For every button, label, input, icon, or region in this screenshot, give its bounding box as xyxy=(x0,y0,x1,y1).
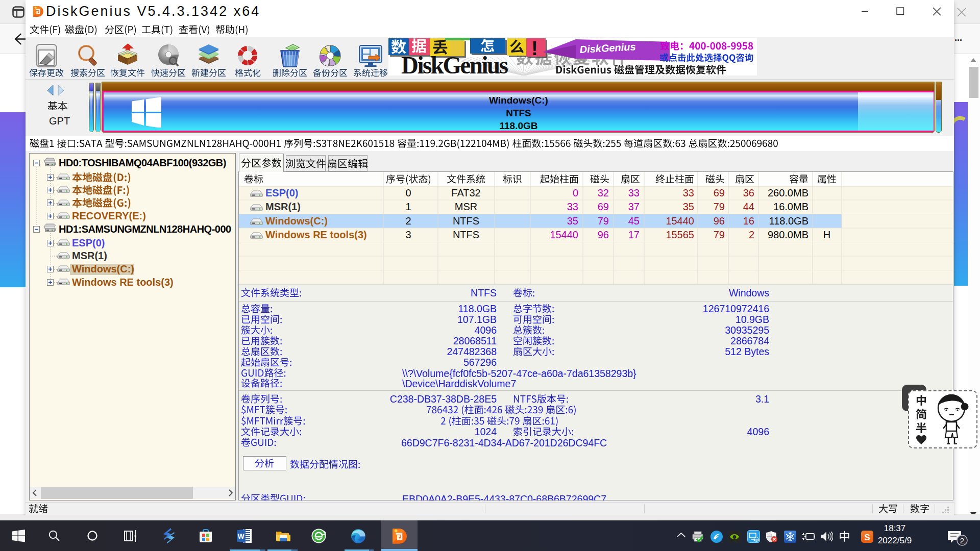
svg-text:96: 96 xyxy=(598,229,609,240)
svg-text:FAT32: FAT32 xyxy=(451,187,480,198)
svg-text:512 Bytes: 512 Bytes xyxy=(725,346,769,357)
svg-text:79: 79 xyxy=(714,229,725,240)
svg-text:15565: 15565 xyxy=(666,229,694,240)
svg-text:980.0MB: 980.0MB xyxy=(768,229,808,240)
svg-text:MSR: MSR xyxy=(455,201,477,212)
svg-text:3.1: 3.1 xyxy=(755,393,769,405)
svg-text:260.0MB: 260.0MB xyxy=(768,187,808,198)
svg-text:2: 2 xyxy=(749,229,754,240)
svg-text:44: 44 xyxy=(743,201,754,212)
svg-text:0: 0 xyxy=(405,187,411,198)
svg-text:DiskGenius: DiskGenius xyxy=(401,51,508,76)
svg-text:33: 33 xyxy=(683,187,694,198)
svg-text:45: 45 xyxy=(628,215,640,227)
svg-text:33: 33 xyxy=(567,201,578,212)
svg-text:15440: 15440 xyxy=(550,229,578,240)
svg-text:1024: 1024 xyxy=(475,426,497,437)
svg-text:69: 69 xyxy=(598,201,609,212)
svg-text:W: W xyxy=(237,532,244,540)
svg-text:79: 79 xyxy=(714,201,725,212)
svg-text:H: H xyxy=(823,229,830,240)
svg-text:16.0MB: 16.0MB xyxy=(773,201,808,212)
svg-text:79: 79 xyxy=(598,215,609,227)
svg-text:35: 35 xyxy=(567,215,578,227)
svg-text:NTFS: NTFS xyxy=(453,215,479,227)
svg-text:Windows RE tools(3): Windows RE tools(3) xyxy=(265,229,367,240)
svg-text:33: 33 xyxy=(628,187,640,198)
svg-text:2: 2 xyxy=(960,536,964,545)
svg-text:NTFS: NTFS xyxy=(453,229,479,240)
svg-text:3: 3 xyxy=(405,229,411,240)
svg-text:37: 37 xyxy=(628,201,640,212)
svg-text:ESP(0): ESP(0) xyxy=(265,187,298,198)
svg-text:DiskGenius V5.4.3.1342 x64: DiskGenius V5.4.3.1342 x64 xyxy=(46,4,260,19)
svg-text:17: 17 xyxy=(628,229,640,240)
svg-text:2: 2 xyxy=(405,215,411,227)
svg-text:15440: 15440 xyxy=(666,215,694,227)
svg-text:16: 16 xyxy=(743,215,754,227)
svg-text:118.0GB: 118.0GB xyxy=(769,215,808,227)
svg-text:1: 1 xyxy=(405,201,411,212)
svg-text:32: 32 xyxy=(598,187,609,198)
svg-text:96: 96 xyxy=(714,215,725,227)
svg-text:4096: 4096 xyxy=(747,426,769,437)
svg-text:MSR(1): MSR(1) xyxy=(265,201,301,212)
svg-text:35: 35 xyxy=(683,201,694,212)
svg-text:Windows(C:): Windows(C:) xyxy=(265,215,328,227)
svg-text:C238-DB37-38DB-28E5: C238-DB37-38DB-28E5 xyxy=(390,393,497,405)
svg-text:NTFS: NTFS xyxy=(471,287,497,298)
svg-text:intel: intel xyxy=(753,538,759,541)
svg-text:Windows: Windows xyxy=(729,287,769,298)
svg-text:567296: 567296 xyxy=(463,357,497,368)
svg-text:0: 0 xyxy=(573,187,578,198)
svg-text:36: 36 xyxy=(743,187,754,198)
svg-text:69: 69 xyxy=(714,187,725,198)
